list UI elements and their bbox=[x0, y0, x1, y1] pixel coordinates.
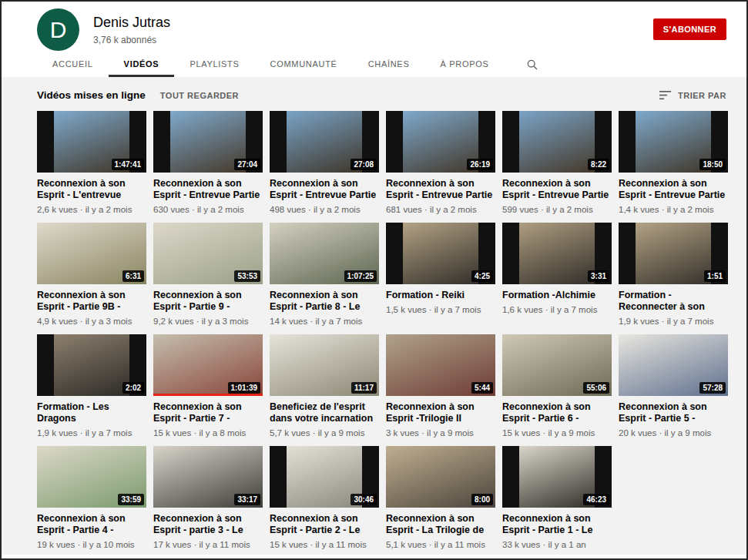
video-title[interactable]: Formation - Reiki bbox=[386, 290, 495, 301]
video-title[interactable]: Reconnexion à son Esprit - L'entrevue L'… bbox=[37, 178, 146, 201]
video-thumbnail[interactable]: 6:31 bbox=[37, 223, 146, 284]
video-title[interactable]: Reconnexion à son Esprit - Entrevue Part… bbox=[386, 178, 495, 201]
video-thumbnail[interactable]: 26:19 bbox=[386, 111, 495, 173]
video-card[interactable]: 1:47:41 Reconnexion à son Esprit - L'ent… bbox=[37, 111, 146, 223]
video-card[interactable]: 8:22 Reconnexion à son Esprit - Entrevue… bbox=[502, 111, 612, 223]
video-thumbnail[interactable]: 27:04 bbox=[153, 111, 263, 173]
video-thumbnail[interactable]: 5:44 bbox=[386, 334, 495, 396]
video-title[interactable]: Reconnexion à son Esprit - Partie 8 - Le… bbox=[270, 290, 379, 313]
video-card[interactable]: 3:31 Formation -Alchimie 1,6 k vues · il… bbox=[502, 223, 612, 334]
video-thumbnail[interactable]: 1:01:39 bbox=[153, 334, 263, 396]
video-title[interactable]: Reconnexion à son Esprit -Trilogie II re… bbox=[386, 401, 495, 424]
video-title[interactable]: Reconnexion à son Esprit - Partie 6 - La… bbox=[502, 401, 612, 424]
video-title[interactable]: Reconnexion à son Esprit - Partie 5 - Re… bbox=[619, 401, 728, 424]
video-thumbnail[interactable]: 2:02 bbox=[37, 334, 146, 396]
video-thumbnail[interactable]: 57:28 bbox=[619, 334, 728, 396]
video-views: 1,6 k vues bbox=[502, 305, 542, 314]
video-views: 1,5 k vues bbox=[386, 305, 426, 314]
subscribe-button[interactable]: S'ABONNER bbox=[653, 18, 726, 40]
video-thumbnail[interactable]: 33:59 bbox=[37, 446, 146, 508]
video-title[interactable]: Reconnexion à son Esprit - Entrevue Part… bbox=[270, 178, 379, 201]
video-thumbnail[interactable]: 33:17 bbox=[153, 446, 263, 508]
video-age: il y a 2 mois bbox=[314, 205, 361, 214]
video-title[interactable]: Reconnexion à son Esprit - Partie 4 - Ar… bbox=[37, 513, 146, 536]
tab-communaut-[interactable]: COMMUNAUTÉ bbox=[255, 52, 353, 77]
video-thumbnail[interactable]: 27:08 bbox=[270, 111, 379, 173]
video-thumbnail[interactable]: 55:06 bbox=[502, 334, 612, 396]
video-thumbnail[interactable]: 53:53 bbox=[153, 223, 263, 284]
video-age: il y a 7 mois bbox=[315, 317, 362, 326]
video-card[interactable]: 8:00 Reconnexion à son Esprit - La Trilo… bbox=[386, 446, 495, 558]
video-views: 4,9 k vues bbox=[37, 317, 77, 326]
tab-accueil[interactable]: ACCUEIL bbox=[37, 52, 109, 77]
video-age: il y a 10 mois bbox=[82, 540, 134, 549]
sort-button[interactable]: TRIER PAR bbox=[659, 91, 726, 100]
video-title[interactable]: Reconnexion à son Esprit - Entrevue Part… bbox=[153, 178, 263, 201]
video-title[interactable]: Reconnexion à son Esprit - Partie 9B - P… bbox=[37, 290, 146, 313]
video-views: 15 k vues bbox=[153, 428, 191, 438]
video-card[interactable]: 11:17 Beneficiez de l'esprit dans votre … bbox=[270, 334, 379, 446]
video-card[interactable]: 26:19 Reconnexion à son Esprit - Entrevu… bbox=[386, 111, 495, 223]
video-title[interactable]: Reconnexion à son Esprit - Entrevue Part… bbox=[502, 178, 612, 201]
video-title[interactable]: Reconnexion à son Esprit - Entrevue Part… bbox=[619, 178, 728, 201]
video-card[interactable]: 6:31 Reconnexion à son Esprit - Partie 9… bbox=[37, 223, 146, 334]
video-title[interactable]: Reconnexion à son Esprit - Partie 9 - An… bbox=[153, 290, 263, 313]
video-age: il y a 11 mois bbox=[199, 540, 250, 549]
video-thumbnail[interactable]: 3:31 bbox=[502, 223, 612, 284]
video-title[interactable]: Formation - Reconnecter à son esprit bbox=[619, 290, 728, 313]
video-card[interactable]: 2:02 Formation - Les Dragons 1,9 k vues … bbox=[37, 334, 146, 446]
video-title[interactable]: Reconnexion à son Esprit - Partie 1 - Le… bbox=[502, 513, 612, 536]
video-views: 5,1 k vues bbox=[386, 540, 426, 549]
video-thumbnail[interactable]: 11:17 bbox=[270, 334, 379, 396]
video-thumbnail[interactable]: 1:07:25 bbox=[270, 223, 379, 284]
video-card[interactable]: 27:04 Reconnexion à son Esprit - Entrevu… bbox=[153, 111, 263, 223]
video-card[interactable]: 33:59 Reconnexion à son Esprit - Partie … bbox=[37, 446, 146, 558]
video-title[interactable]: Reconnexion à son Esprit - La Trilogie d… bbox=[386, 513, 495, 536]
video-card[interactable]: 33:17 Reconnexion à son Esprit - partie … bbox=[153, 446, 263, 558]
video-card[interactable]: 27:08 Reconnexion à son Esprit - Entrevu… bbox=[270, 111, 379, 223]
video-card[interactable]: 53:53 Reconnexion à son Esprit - Partie … bbox=[153, 223, 263, 334]
tab-playlists[interactable]: PLAYLISTS bbox=[174, 52, 254, 77]
meta-separator: · bbox=[80, 428, 83, 438]
video-duration-badge: 2:02 bbox=[122, 382, 144, 394]
search-icon[interactable] bbox=[515, 52, 549, 77]
tab--propos[interactable]: À PROPOS bbox=[424, 52, 504, 77]
video-card[interactable]: 1:51 Formation - Reconnecter à son espri… bbox=[619, 223, 728, 334]
video-card[interactable]: 55:06 Reconnexion à son Esprit - Partie … bbox=[502, 334, 612, 446]
video-thumbnail[interactable]: 18:50 bbox=[619, 111, 728, 173]
video-duration-badge: 18:50 bbox=[699, 159, 726, 170]
video-card[interactable]: 5:44 Reconnexion à son Esprit -Trilogie … bbox=[386, 334, 495, 446]
video-age: il y a 3 mois bbox=[86, 317, 132, 326]
video-card[interactable]: 18:50 Reconnexion à son Esprit - Entrevu… bbox=[619, 111, 728, 223]
video-card[interactable]: 57:28 Reconnexion à son Esprit - Partie … bbox=[619, 334, 728, 446]
video-thumbnail[interactable]: 8:22 bbox=[502, 111, 612, 173]
video-grid: 1:47:41 Reconnexion à son Esprit - L'ent… bbox=[37, 111, 726, 558]
video-age: il y a 11 mois bbox=[315, 540, 366, 549]
video-title[interactable]: Reconnexion à son Esprit - Partie 7 - Co… bbox=[153, 401, 263, 424]
video-title[interactable]: Reconnexion à son Esprit - Partie 2 - Le… bbox=[270, 513, 379, 536]
video-views: 14 k vues bbox=[270, 317, 307, 326]
video-views: 1,4 k vues bbox=[619, 205, 659, 214]
video-title[interactable]: Formation -Alchimie bbox=[502, 290, 612, 301]
video-card[interactable]: 4:25 Formation - Reiki 1,5 k vues · il y… bbox=[386, 223, 495, 334]
video-meta: 15 k vues · il y a 11 mois bbox=[270, 539, 379, 550]
video-thumbnail[interactable]: 4:25 bbox=[386, 223, 495, 284]
video-meta: 15 k vues · il y a 9 mois bbox=[502, 428, 612, 438]
video-card[interactable]: 1:07:25 Reconnexion à son Esprit - Parti… bbox=[270, 223, 379, 334]
video-title[interactable]: Beneficiez de l'esprit dans votre incarn… bbox=[270, 401, 379, 424]
video-thumbnail[interactable]: 8:00 bbox=[386, 446, 495, 508]
video-card[interactable]: 30:46 Reconnexion à son Esprit - Partie … bbox=[270, 446, 379, 558]
play-all-link[interactable]: TOUT REGARDER bbox=[160, 91, 239, 100]
tab-cha-nes[interactable]: CHAÎNES bbox=[353, 52, 425, 77]
video-thumbnail[interactable]: 46:23 bbox=[502, 446, 612, 508]
video-thumbnail[interactable]: 1:47:41 bbox=[37, 111, 146, 173]
video-title[interactable]: Reconnexion à son Esprit - partie 3 - Le… bbox=[153, 513, 263, 536]
video-title[interactable]: Formation - Les Dragons bbox=[37, 401, 146, 424]
tab-vid-os[interactable]: VIDÉOS bbox=[109, 52, 175, 77]
video-card[interactable]: 46:23 Reconnexion à son Esprit - Partie … bbox=[502, 446, 612, 558]
video-thumbnail[interactable]: 1:51 bbox=[619, 223, 728, 284]
video-thumbnail[interactable]: 30:46 bbox=[270, 446, 379, 508]
channel-tabs: ACCUEILVIDÉOSPLAYLISTSCOMMUNAUTÉCHAÎNESÀ… bbox=[37, 52, 746, 77]
video-card[interactable]: 1:01:39 Reconnexion à son Esprit - Parti… bbox=[153, 334, 263, 446]
meta-separator: · bbox=[424, 205, 428, 214]
